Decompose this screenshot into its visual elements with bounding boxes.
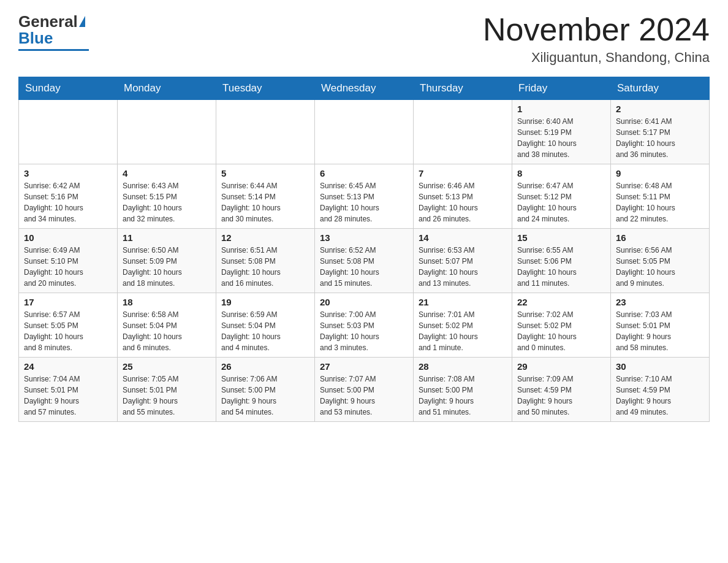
logo-triangle-icon (79, 16, 85, 27)
weekday-header-saturday: Saturday (611, 77, 710, 100)
day-number: 21 (419, 297, 507, 307)
calendar-cell: 2Sunrise: 6:41 AM Sunset: 5:17 PM Daylig… (611, 100, 710, 164)
calendar-cell: 10Sunrise: 6:49 AM Sunset: 5:10 PM Dayli… (19, 229, 118, 293)
calendar-cell (216, 100, 315, 164)
day-info: Sunrise: 6:48 AM Sunset: 5:11 PM Dayligh… (616, 180, 704, 224)
day-info: Sunrise: 6:57 AM Sunset: 5:05 PM Dayligh… (24, 309, 112, 353)
day-number: 27 (320, 361, 408, 372)
logo-blue-text: Blue (18, 29, 53, 48)
day-info: Sunrise: 7:00 AM Sunset: 5:03 PM Dayligh… (320, 309, 408, 353)
day-info: Sunrise: 6:58 AM Sunset: 5:04 PM Dayligh… (123, 309, 211, 353)
calendar-cell: 25Sunrise: 7:05 AM Sunset: 5:01 PM Dayli… (118, 358, 216, 422)
day-number: 5 (221, 168, 309, 178)
weekday-header-wednesday: Wednesday (315, 77, 414, 100)
calendar-cell: 15Sunrise: 6:55 AM Sunset: 5:06 PM Dayli… (512, 229, 611, 293)
calendar-cell: 8Sunrise: 6:47 AM Sunset: 5:12 PM Daylig… (512, 164, 611, 229)
day-number: 25 (123, 361, 211, 372)
page-header: General Blue November 2024 Xiliguantun, … (18, 12, 710, 66)
calendar-cell: 1Sunrise: 6:40 AM Sunset: 5:19 PM Daylig… (512, 100, 611, 164)
day-info: Sunrise: 6:46 AM Sunset: 5:13 PM Dayligh… (419, 180, 507, 224)
day-info: Sunrise: 6:44 AM Sunset: 5:14 PM Dayligh… (221, 180, 309, 224)
weekday-header-monday: Monday (118, 77, 216, 100)
day-number: 4 (123, 168, 211, 178)
weekday-header-row: SundayMondayTuesdayWednesdayThursdayFrid… (19, 77, 710, 100)
weekday-header-friday: Friday (512, 77, 611, 100)
day-number: 6 (320, 168, 408, 178)
day-info: Sunrise: 6:59 AM Sunset: 5:04 PM Dayligh… (221, 309, 309, 353)
day-number: 15 (517, 232, 605, 243)
day-info: Sunrise: 6:55 AM Sunset: 5:06 PM Dayligh… (517, 245, 605, 289)
day-number: 1 (517, 104, 605, 114)
calendar-cell: 3Sunrise: 6:42 AM Sunset: 5:16 PM Daylig… (19, 164, 118, 229)
day-number: 18 (123, 297, 211, 307)
calendar-cell: 7Sunrise: 6:46 AM Sunset: 5:13 PM Daylig… (414, 164, 512, 229)
day-number: 20 (320, 297, 408, 307)
day-info: Sunrise: 7:09 AM Sunset: 4:59 PM Dayligh… (517, 373, 605, 418)
calendar-cell: 6Sunrise: 6:45 AM Sunset: 5:13 PM Daylig… (315, 164, 414, 229)
logo: General Blue (18, 12, 89, 51)
calendar-cell: 20Sunrise: 7:00 AM Sunset: 5:03 PM Dayli… (315, 293, 414, 358)
day-info: Sunrise: 6:42 AM Sunset: 5:16 PM Dayligh… (24, 180, 112, 224)
day-number: 28 (419, 361, 507, 372)
day-number: 26 (221, 361, 309, 372)
day-info: Sunrise: 7:03 AM Sunset: 5:01 PM Dayligh… (616, 309, 704, 353)
calendar-cell (118, 100, 216, 164)
calendar-cell: 16Sunrise: 6:56 AM Sunset: 5:05 PM Dayli… (611, 229, 710, 293)
day-info: Sunrise: 6:51 AM Sunset: 5:08 PM Dayligh… (221, 245, 309, 289)
day-number: 10 (24, 232, 112, 243)
title-area: November 2024 Xiliguantun, Shandong, Chi… (483, 12, 710, 66)
calendar-cell (19, 100, 118, 164)
day-number: 13 (320, 232, 408, 243)
day-number: 8 (517, 168, 605, 178)
logo-underline (18, 49, 89, 51)
calendar-subtitle: Xiliguantun, Shandong, China (483, 50, 710, 66)
day-info: Sunrise: 6:41 AM Sunset: 5:17 PM Dayligh… (616, 116, 704, 160)
day-info: Sunrise: 7:08 AM Sunset: 5:00 PM Dayligh… (419, 373, 507, 418)
day-number: 22 (517, 297, 605, 307)
calendar-cell: 5Sunrise: 6:44 AM Sunset: 5:14 PM Daylig… (216, 164, 315, 229)
day-info: Sunrise: 7:04 AM Sunset: 5:01 PM Dayligh… (24, 373, 112, 418)
calendar-cell (414, 100, 512, 164)
day-number: 23 (616, 297, 704, 307)
calendar-cell: 24Sunrise: 7:04 AM Sunset: 5:01 PM Dayli… (19, 358, 118, 422)
calendar-cell: 12Sunrise: 6:51 AM Sunset: 5:08 PM Dayli… (216, 229, 315, 293)
calendar-cell: 14Sunrise: 6:53 AM Sunset: 5:07 PM Dayli… (414, 229, 512, 293)
day-number: 12 (221, 232, 309, 243)
day-number: 3 (24, 168, 112, 178)
day-info: Sunrise: 6:52 AM Sunset: 5:08 PM Dayligh… (320, 245, 408, 289)
day-info: Sunrise: 6:49 AM Sunset: 5:10 PM Dayligh… (24, 245, 112, 289)
day-info: Sunrise: 7:07 AM Sunset: 5:00 PM Dayligh… (320, 373, 408, 418)
day-info: Sunrise: 7:05 AM Sunset: 5:01 PM Dayligh… (123, 373, 211, 418)
day-number: 19 (221, 297, 309, 307)
calendar-cell: 9Sunrise: 6:48 AM Sunset: 5:11 PM Daylig… (611, 164, 710, 229)
calendar-week-3: 10Sunrise: 6:49 AM Sunset: 5:10 PM Dayli… (19, 229, 710, 293)
day-info: Sunrise: 6:40 AM Sunset: 5:19 PM Dayligh… (517, 116, 605, 160)
weekday-header-thursday: Thursday (414, 77, 512, 100)
weekday-header-tuesday: Tuesday (216, 77, 315, 100)
calendar-cell: 17Sunrise: 6:57 AM Sunset: 5:05 PM Dayli… (19, 293, 118, 358)
calendar-cell: 19Sunrise: 6:59 AM Sunset: 5:04 PM Dayli… (216, 293, 315, 358)
day-info: Sunrise: 7:02 AM Sunset: 5:02 PM Dayligh… (517, 309, 605, 353)
day-number: 2 (616, 104, 704, 114)
calendar-week-2: 3Sunrise: 6:42 AM Sunset: 5:16 PM Daylig… (19, 164, 710, 229)
calendar-cell: 4Sunrise: 6:43 AM Sunset: 5:15 PM Daylig… (118, 164, 216, 229)
day-number: 16 (616, 232, 704, 243)
day-number: 17 (24, 297, 112, 307)
calendar-cell: 21Sunrise: 7:01 AM Sunset: 5:02 PM Dayli… (414, 293, 512, 358)
day-number: 30 (616, 361, 704, 372)
day-number: 7 (419, 168, 507, 178)
calendar-cell: 26Sunrise: 7:06 AM Sunset: 5:00 PM Dayli… (216, 358, 315, 422)
day-info: Sunrise: 7:01 AM Sunset: 5:02 PM Dayligh… (419, 309, 507, 353)
weekday-header-sunday: Sunday (19, 77, 118, 100)
day-info: Sunrise: 6:50 AM Sunset: 5:09 PM Dayligh… (123, 245, 211, 289)
calendar-table: SundayMondayTuesdayWednesdayThursdayFrid… (18, 77, 710, 422)
calendar-cell (315, 100, 414, 164)
calendar-cell: 28Sunrise: 7:08 AM Sunset: 5:00 PM Dayli… (414, 358, 512, 422)
calendar-cell: 29Sunrise: 7:09 AM Sunset: 4:59 PM Dayli… (512, 358, 611, 422)
calendar-cell: 23Sunrise: 7:03 AM Sunset: 5:01 PM Dayli… (611, 293, 710, 358)
day-number: 29 (517, 361, 605, 372)
day-number: 11 (123, 232, 211, 243)
day-number: 24 (24, 361, 112, 372)
calendar-week-5: 24Sunrise: 7:04 AM Sunset: 5:01 PM Dayli… (19, 358, 710, 422)
day-number: 14 (419, 232, 507, 243)
